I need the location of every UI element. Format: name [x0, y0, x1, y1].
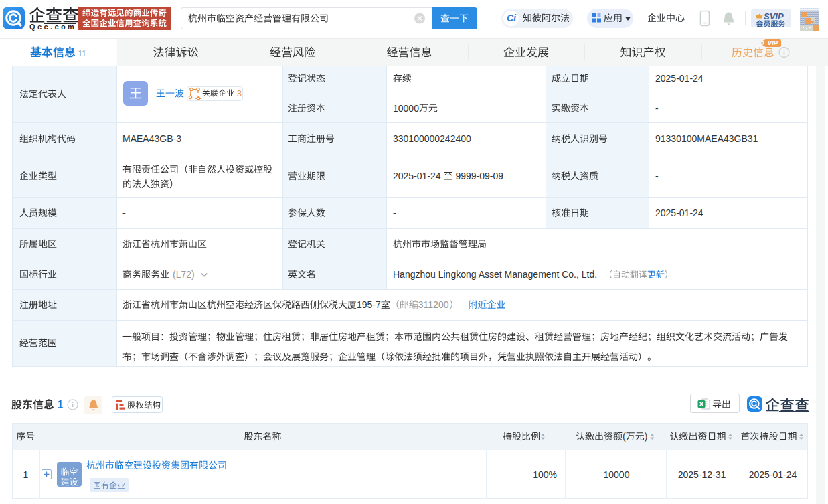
svg-text:10000: 10000	[393, 103, 419, 114]
svg-text:-: -	[393, 207, 396, 218]
svg-text:2025-01-24: 2025-01-24	[393, 171, 441, 181]
svg-text:330100000242400: 330100000242400	[393, 133, 471, 144]
svg-text:91330100MAEA43GB31: 91330100MAEA43GB31	[655, 133, 758, 144]
svg-text:-: -	[655, 103, 659, 114]
svg-text:-: -	[655, 171, 659, 181]
svg-text:Hangzhou Lingkong Asset Manage: Hangzhou Lingkong Asset Management Co., …	[393, 269, 597, 280]
svg-text:9999-09-09: 9999-09-09	[455, 171, 503, 181]
svg-text:2025-01-24: 2025-01-24	[655, 73, 703, 84]
svg-text:195-7: 195-7	[357, 299, 381, 310]
svg-text:-: -	[122, 207, 126, 218]
svg-text:MAEA43GB-3: MAEA43GB-3	[122, 133, 181, 144]
svg-text:(L72): (L72)	[173, 269, 195, 280]
svg-text:1: 1	[58, 399, 64, 410]
svg-text:311200: 311200	[418, 299, 449, 310]
svg-text:2025-01-24: 2025-01-24	[655, 207, 703, 218]
